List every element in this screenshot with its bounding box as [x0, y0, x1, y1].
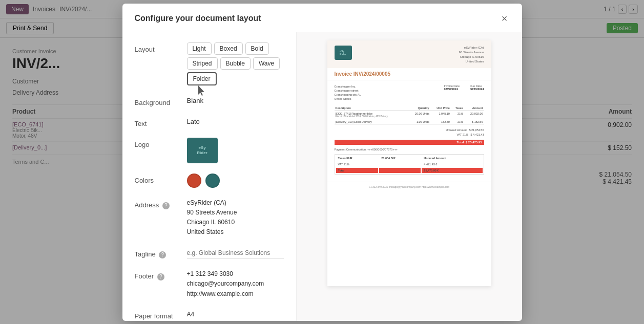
config-panel: Layout Light Boxed Bold Striped Bubble W… [122, 32, 297, 321]
col-price: Unit Price [430, 105, 451, 111]
colors-row: Colors [135, 174, 284, 188]
layout-btn-bubble[interactable]: Bubble [220, 57, 251, 70]
inv-line-table: Description Quantity Unit Price Taxes Am… [335, 105, 484, 125]
logo-row: Logo eSyRider [135, 138, 284, 163]
inv-dates: Invoice Date 08/30/2024 Due Date 08/29/2… [444, 84, 484, 97]
logo-label: Logo [135, 138, 181, 148]
background-value: Blank [187, 96, 284, 105]
address-label: Address ? [135, 198, 181, 209]
cursor-icon [197, 85, 206, 97]
inv-addresses: Grasshopper Inc. Grasshopper street Gras… [335, 84, 484, 101]
inv-total: Total $ 25,475.95 [335, 140, 484, 145]
address-text: eSyRider (CA) 90 Streets Avenue Chicago … [187, 198, 284, 237]
color-swatches [187, 174, 284, 188]
footer-help-icon[interactable]: ? [157, 273, 164, 280]
layout-btn-wave[interactable]: Wave [253, 57, 280, 70]
colors-label: Colors [135, 174, 181, 184]
inv-due-date: Due Date 08/29/2024 [470, 84, 484, 97]
address-value: eSyRider (CA) 90 Streets Avenue Chicago … [187, 198, 284, 237]
tax-header-row: Taxes EUR 21,054.50€ Untaxed Amount [336, 156, 483, 161]
tagline-label: Tagline ? [135, 247, 181, 258]
inv-tax-table: Taxes EUR 21,054.50€ Untaxed Amount VAT … [335, 154, 484, 175]
text-row: Text Lato [135, 117, 284, 127]
inv-payment: Payment Communication: +++000/0000/07575… [335, 148, 484, 151]
footer-label: Footer ? [135, 269, 181, 280]
background-label: Background [135, 96, 181, 106]
inv-customer-addr: Grasshopper Inc. Grasshopper street Gras… [335, 84, 361, 101]
inv-footer: +1 312 349 3030 chicago@yourcompany.com … [327, 182, 491, 191]
modal-body: Layout Light Boxed Bold Striped Bubble W… [122, 32, 522, 321]
tagline-value [187, 247, 284, 259]
color-swatch-2[interactable] [205, 174, 220, 188]
layout-btn-folder[interactable]: Folder [187, 72, 217, 85]
background-row: Background Blank [135, 96, 284, 106]
tagline-help-icon[interactable]: ? [159, 251, 166, 258]
modal-overlay: Configure your document layout × Layout … [0, 0, 644, 324]
inv-row-2: [Delivery_010] Local Delivery 1.00 Units… [335, 119, 484, 124]
inv-invoice-date: Invoice Date 08/30/2024 [444, 84, 460, 97]
tagline-row: Tagline ? [135, 247, 284, 259]
paper-format-label: Paper format [135, 309, 181, 320]
layout-btn-striped[interactable]: Striped [187, 57, 218, 70]
text-value: Lato [187, 117, 284, 126]
paper-format-value: A4 [187, 309, 284, 318]
color-swatch-1[interactable] [187, 174, 201, 188]
inv-logo: eSyRider [335, 46, 352, 60]
paper-format-row: Paper format A4 [135, 309, 284, 320]
col-desc: Description [335, 105, 408, 111]
inv-title: Invoice INV/2024/00005 [327, 68, 491, 80]
layout-buttons: Light Boxed Bold Striped Bubble Wave Fol… [187, 42, 284, 85]
footer-text: +1 312 349 3030 chicago@yourcompany.com … [187, 269, 284, 299]
logo-preview[interactable]: eSyRider [187, 138, 218, 163]
layout-label: Layout [135, 42, 181, 53]
address-row: Address ? eSyRider (CA) 90 Streets Avenu… [135, 198, 284, 237]
inv-company: eSyRider (CA) 90 Streets Avenue Chicago … [459, 46, 484, 64]
invoice-preview: eSyRider eSyRider (CA) 90 Streets Avenue… [327, 40, 491, 286]
address-help-icon[interactable]: ? [162, 202, 170, 209]
layout-btn-light[interactable]: Light [187, 42, 212, 55]
col-taxes: Taxes [451, 105, 464, 111]
inv-subtotals: Untaxed Amount $ 21,054.50 VAT 21% $ 4,4… [335, 128, 484, 138]
inv-row-1: [ECO_6741] Roadrunner bike Electric Bike… [335, 111, 484, 119]
modal-title: Configure your document layout [135, 14, 261, 23]
layout-row: Layout Light Boxed Bold Striped Bubble W… [135, 42, 284, 85]
inv-header: eSyRider eSyRider (CA) 90 Streets Avenue… [327, 40, 491, 68]
footer-value: +1 312 349 3030 chicago@yourcompany.com … [187, 269, 284, 299]
tax-total-row: Total 25,475.95 € [336, 168, 483, 173]
modal-dialog: Configure your document layout × Layout … [122, 4, 522, 321]
tax-vat-row: VAT 21% 4,421.43 € [336, 162, 483, 167]
logo-value: eSyRider [187, 138, 284, 163]
col-amount: Amount [464, 105, 484, 111]
layout-btn-bold[interactable]: Bold [245, 42, 269, 55]
inv-body: Grasshopper Inc. Grasshopper street Gras… [327, 80, 491, 182]
text-label: Text [135, 117, 181, 127]
tagline-input[interactable] [187, 247, 284, 259]
footer-row: Footer ? +1 312 349 3030 chicago@yourcom… [135, 269, 284, 299]
preview-panel: eSyRider eSyRider (CA) 90 Streets Avenue… [297, 32, 522, 321]
col-qty: Quantity [408, 105, 430, 111]
svg-marker-0 [198, 85, 204, 96]
modal-header: Configure your document layout × [122, 4, 522, 32]
close-button[interactable]: × [500, 13, 510, 25]
layout-btn-boxed[interactable]: Boxed [214, 42, 243, 55]
